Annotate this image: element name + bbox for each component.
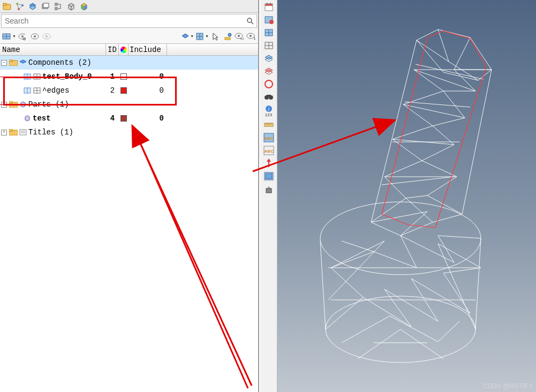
eye-none-icon[interactable] [30, 32, 40, 41]
color-pick-icon[interactable] [223, 32, 232, 41]
mesh-filter-dropdown[interactable]: ▼ [196, 33, 209, 40]
svg-rect-54 [20, 130, 26, 135]
chevron-down-icon: ▼ [12, 34, 16, 38]
entity-filter-dropdown[interactable]: ▼ [181, 33, 194, 40]
tree-collapse-icon[interactable] [54, 2, 63, 11]
part-icon [19, 101, 27, 108]
header-name[interactable]: Name [0, 44, 106, 55]
grid-outline-icon[interactable] [262, 40, 275, 51]
color-swatch[interactable] [120, 115, 127, 122]
title-icon [19, 129, 27, 136]
box-stack-icon[interactable] [41, 2, 50, 11]
layers-blue-icon[interactable] [28, 2, 37, 11]
abc-grid2-icon[interactable]: ABC [262, 145, 275, 156]
svg-rect-9 [55, 3, 58, 6]
svg-line-15 [251, 22, 253, 24]
model-tree: − Components (2) test_Body_0 [0, 56, 258, 392]
vector-red-icon[interactable] [262, 157, 275, 169]
folder-icon [9, 101, 18, 108]
part-icon [23, 115, 32, 122]
tree-group-parts[interactable]: − Parts (1) [0, 97, 258, 111]
folder-icon [9, 59, 18, 66]
grid-blue-icon[interactable] [262, 27, 275, 39]
header-id[interactable]: ID [106, 44, 119, 55]
color-swatch[interactable] [120, 73, 127, 80]
svg-rect-53 [9, 129, 12, 131]
svg-rect-8 [43, 3, 49, 7]
svg-text:ABC: ABC [264, 136, 274, 141]
collapse-icon[interactable]: − [1, 102, 7, 108]
calendar-icon[interactable] [262, 1, 275, 13]
red-circle-icon[interactable] [262, 78, 275, 90]
abc-grid-icon[interactable]: ABC [262, 132, 275, 144]
color-swatch[interactable] [120, 87, 127, 94]
top-toolbar [0, 0, 258, 13]
frame-blue-icon[interactable] [262, 170, 275, 182]
mass-icon[interactable] [262, 183, 275, 195]
tree-group-components[interactable]: − Components (2) [0, 56, 258, 70]
collapse-icon[interactable]: − [1, 60, 7, 66]
ruler-icon[interactable] [262, 119, 275, 131]
svg-point-24 [46, 35, 48, 37]
wireframe-model [277, 0, 536, 392]
search-icon[interactable] [244, 14, 256, 27]
graph-icon[interactable] [15, 2, 25, 11]
item-include: 0 [129, 72, 167, 81]
model-browser-panel: ▼ o ▼ ▼ +/- 1 [0, 0, 259, 392]
tree-group-titles[interactable]: + Titles (1) [0, 125, 258, 139]
svg-point-73 [265, 80, 273, 88]
eye-one-icon[interactable]: 1 [246, 32, 256, 41]
color-cube-icon[interactable] [79, 2, 89, 11]
elements-icon [33, 87, 41, 94]
cursor-icon[interactable] [211, 32, 221, 41]
tree-header: Name ID Include [0, 44, 258, 56]
header-color[interactable] [119, 44, 129, 55]
tree-item-component[interactable]: ^edges 2 0 [0, 84, 258, 97]
info-123-icon[interactable]: i123 [262, 104, 275, 118]
filter-elements-dropdown[interactable]: ▼ [2, 32, 16, 41]
eye-opt-icon[interactable] [42, 32, 51, 41]
svg-rect-79 [265, 123, 273, 126]
binoculars-icon[interactable] [262, 91, 275, 103]
item-name: test [33, 114, 51, 123]
search-box [1, 14, 257, 28]
svg-text:ABC: ABC [264, 149, 274, 154]
folder-new-icon[interactable] [2, 2, 12, 11]
svg-rect-90 [266, 174, 272, 179]
eye-plus-icon[interactable]: +/- [235, 32, 244, 41]
svg-point-30 [228, 33, 231, 36]
svg-rect-51 [9, 101, 12, 103]
eye-all-icon[interactable]: o [18, 32, 28, 41]
tree-item-part[interactable]: test 4 0 [0, 111, 258, 125]
item-name: test_Body_0 [42, 72, 92, 81]
view-toolbar: i123 ABC ABC [260, 0, 277, 392]
pattern-red-icon[interactable] [262, 14, 275, 26]
item-id: 2 [106, 86, 119, 95]
item-id: 4 [106, 114, 119, 123]
chevron-down-icon: ▼ [205, 34, 209, 38]
mesh-icon [23, 87, 32, 94]
group-label: Parts (1) [28, 100, 69, 109]
svg-rect-38 [9, 59, 12, 62]
layers-red-icon[interactable] [262, 65, 275, 77]
mesh-icon [23, 73, 32, 80]
group-label: Titles (1) [28, 128, 73, 137]
folder-icon [9, 129, 18, 136]
item-include: 0 [129, 114, 167, 123]
svg-point-94 [320, 202, 481, 275]
group-label: Components (2) [28, 58, 92, 67]
expand-icon[interactable]: + [1, 130, 7, 135]
item-name: ^edges [42, 86, 69, 95]
svg-point-62 [269, 20, 274, 24]
box-3d-icon[interactable] [66, 2, 76, 11]
svg-point-14 [247, 18, 252, 22]
header-include[interactable]: Include [129, 44, 167, 55]
svg-point-35 [250, 35, 252, 37]
search-input[interactable] [2, 16, 244, 26]
svg-rect-10 [55, 7, 58, 10]
tree-item-component[interactable]: test_Body_0 1 0 [0, 70, 258, 84]
layers-blue-icon[interactable] [262, 52, 275, 64]
viewport-3d[interactable] [277, 0, 536, 392]
watermark: CSDN @MSTIFY [482, 382, 533, 390]
chevron-down-icon: ▼ [190, 34, 194, 38]
